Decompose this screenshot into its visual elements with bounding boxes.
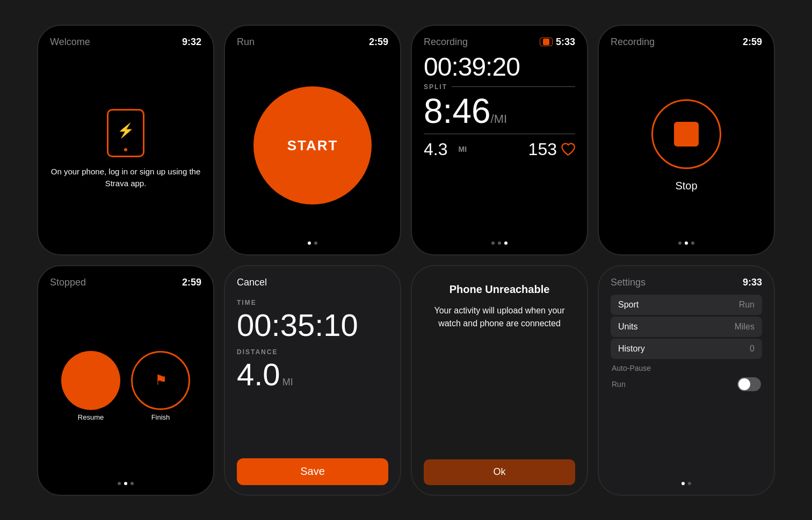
start-label: START [287, 137, 338, 154]
save-button[interactable]: Save [237, 458, 388, 485]
screen-welcome: Welcome 9:32 ⚡ On your phone, log in or … [37, 25, 214, 255]
welcome-message: On your phone, log in or sign up using t… [50, 166, 201, 190]
split-unit: /MI [491, 113, 508, 125]
recording-stats-time: 5:33 [556, 36, 575, 48]
screen-settings: Settings 9:33 Sport Run Units Miles Hist… [598, 265, 775, 496]
heart-rate-value: 153 [528, 140, 557, 159]
rdot-2 [498, 241, 501, 245]
recording-stats-header: Recording 5:33 [424, 36, 575, 48]
sport-key: Sport [618, 300, 639, 310]
dot-1 [308, 241, 311, 245]
welcome-title: Welcome [50, 36, 90, 48]
save-distance-unit: MI [282, 377, 293, 388]
split-label: SPLIT [424, 83, 575, 91]
stop-button[interactable] [651, 99, 721, 169]
phone-icon: ⚡ [107, 109, 144, 157]
sdot-3 [691, 241, 694, 245]
settings-page-dots [611, 482, 762, 485]
ok-button[interactable]: Ok [424, 459, 575, 485]
save-button-label: Save [300, 465, 325, 478]
dot-2 [314, 241, 317, 245]
unreachable-content: Phone Unreachable Your activity will upl… [424, 283, 575, 485]
stopped-time: 2:59 [182, 277, 201, 288]
stpdot-2 [124, 482, 127, 485]
stop-time: 2:59 [743, 36, 762, 48]
toggle-thumb [738, 378, 750, 390]
distance-label: DISTANCE [237, 348, 388, 356]
finish-label: Finish [151, 413, 170, 421]
autopause-toggle-row: Run [611, 375, 762, 393]
recording-icon: 5:33 [540, 36, 575, 48]
welcome-header: Welcome 9:32 [50, 36, 201, 48]
stop-header: Recording 2:59 [611, 36, 762, 48]
autopause-toggle[interactable] [737, 377, 761, 391]
rdot-1 [491, 241, 495, 245]
welcome-time: 9:32 [182, 36, 201, 48]
screen-run: Run 2:59 START [224, 25, 401, 255]
unreachable-title: Phone Unreachable [450, 283, 550, 296]
save-distance: 4.0 [237, 359, 280, 390]
history-value: 0 [750, 344, 755, 354]
stop-square-icon [674, 122, 699, 147]
sdot-2 [685, 241, 688, 245]
recording-stats-title: Recording [424, 36, 468, 48]
rec-dot [543, 39, 549, 45]
save-content: TIME 00:35:10 DISTANCE 4.0 MI Save [237, 295, 388, 485]
stpdot-3 [130, 482, 134, 485]
time-label: TIME [237, 299, 388, 306]
stop-page-dots [611, 241, 762, 245]
run-title: Run [237, 36, 255, 48]
resume-container: Resume [61, 351, 120, 421]
save-distance-row: 4.0 MI [237, 359, 388, 390]
settings-row-sport[interactable]: Sport Run [611, 295, 762, 315]
unreachable-message: Your activity will upload when your watc… [424, 304, 575, 330]
cancel-label[interactable]: Cancel [237, 277, 267, 288]
setdot-1 [682, 482, 685, 485]
settings-row-units[interactable]: Units Miles [611, 317, 762, 337]
recording-timer: 00:39:20 [424, 54, 575, 80]
settings-row-history[interactable]: History 0 [611, 339, 762, 359]
setdot-2 [688, 482, 691, 485]
resume-label: Resume [78, 413, 104, 421]
welcome-content: ⚡ On your phone, log in or sign up using… [50, 54, 201, 245]
action-buttons: Resume ⚑ Finish [61, 351, 190, 421]
autopause-label: Auto-Pause [611, 361, 762, 373]
save-timer: 00:35:10 [237, 310, 388, 341]
stopped-header: Stopped 2:59 [50, 277, 201, 288]
stop-title: Recording [611, 36, 655, 48]
stop-label: Stop [675, 180, 697, 192]
stopped-content: Resume ⚑ Finish [50, 295, 201, 478]
start-button[interactable]: START [253, 86, 372, 204]
screen-stopped: Stopped 2:59 Resume ⚑ Finish [37, 265, 214, 496]
screen-recording-stop: Recording 2:59 Stop [598, 25, 775, 255]
screen-recording-stats: Recording 5:33 00:39:20 SPLIT 8:46 /MI 4… [411, 25, 588, 255]
run-content: START [237, 54, 388, 237]
screen-unreachable: Phone Unreachable Your activity will upl… [411, 265, 588, 496]
save-header: Cancel [237, 277, 388, 288]
settings-header: Settings 9:33 [611, 277, 762, 288]
run-page-dots [237, 241, 388, 245]
settings-title: Settings [611, 277, 646, 288]
flag-icon: ⚑ [155, 372, 167, 389]
autopause-sub: Run [612, 380, 626, 389]
stpdot-1 [118, 482, 121, 485]
settings-time: 9:33 [743, 277, 762, 288]
app-grid: Welcome 9:32 ⚡ On your phone, log in or … [26, 14, 786, 507]
heart-icon [560, 142, 575, 157]
ok-label: Ok [493, 466, 505, 478]
units-value: Miles [735, 322, 755, 332]
finish-button[interactable]: ⚑ [131, 351, 190, 410]
recording-page-dots [424, 241, 575, 245]
distance-value: 4.3 [424, 140, 447, 159]
stop-content: Stop [611, 54, 762, 237]
resume-button[interactable] [61, 351, 120, 410]
stopped-title: Stopped [50, 277, 86, 288]
screen-save: Cancel TIME 00:35:10 DISTANCE 4.0 MI Sav… [224, 265, 401, 496]
distance-unit: MI [458, 145, 467, 153]
history-key: History [618, 344, 645, 354]
divider [424, 134, 575, 134]
split-value-row: 8:46 /MI [424, 94, 575, 128]
split-value: 8:46 [424, 94, 491, 128]
rdot-3 [504, 241, 508, 245]
units-key: Units [618, 322, 637, 332]
